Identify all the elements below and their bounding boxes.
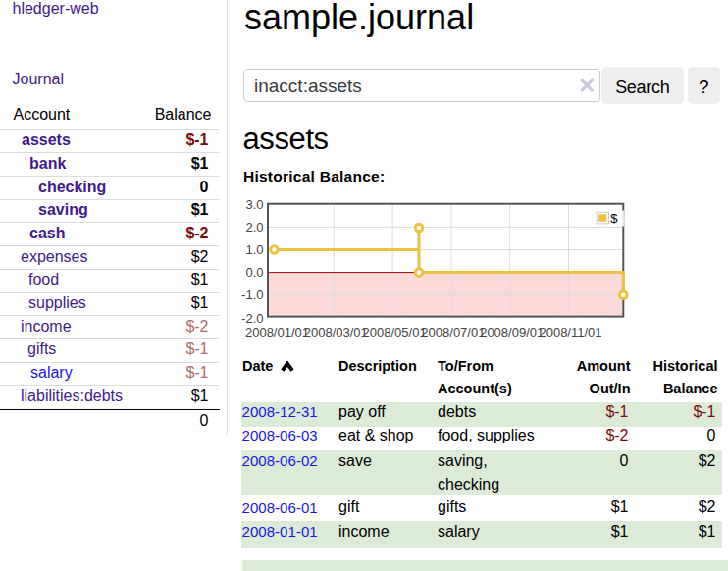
svg-text:2008/07/01: 2008/07/01 <box>421 325 485 339</box>
svg-text:$: $ <box>610 211 618 226</box>
svg-text:0.0: 0.0 <box>245 265 263 280</box>
svg-text:-2.0: -2.0 <box>241 311 263 326</box>
svg-text:2008/09/01: 2008/09/01 <box>480 325 544 339</box>
svg-text:2.0: 2.0 <box>245 220 263 234</box>
svg-text:2008/05/01: 2008/05/01 <box>362 325 426 339</box>
svg-text:2008/11/01: 2008/11/01 <box>539 325 601 339</box>
svg-text:3.0: 3.0 <box>245 197 263 212</box>
svg-text:1.0: 1.0 <box>245 242 263 257</box>
svg-text:-1.0: -1.0 <box>241 287 263 302</box>
svg-text:2008/01/01: 2008/01/01 <box>244 325 308 339</box>
svg-text:2008/03/01: 2008/03/01 <box>303 325 367 339</box>
